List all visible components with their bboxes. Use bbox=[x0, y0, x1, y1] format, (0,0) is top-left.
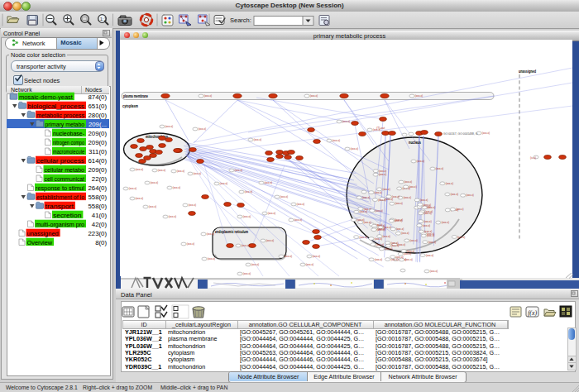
svg-text:response to stimul: response to stimul bbox=[36, 184, 84, 192]
svg-text:(xxx-x): (xxx-x) bbox=[420, 198, 428, 202]
svg-text:(xxx-x): (xxx-x) bbox=[424, 230, 432, 233]
svg-text:(xxx-x): (xxx-x) bbox=[149, 205, 156, 208]
svg-text:cytoplasm: cytoplasm bbox=[122, 104, 138, 108]
svg-text:614(0): 614(0) bbox=[88, 157, 107, 165]
svg-text:secretion: secretion bbox=[53, 212, 81, 219]
svg-text:280(0): 280(0) bbox=[88, 112, 107, 119]
svg-text:(xxx-x): (xxx-x) bbox=[375, 258, 382, 261]
svg-text:(xxx-x): (xxx-x) bbox=[466, 194, 473, 197]
svg-text:209(0): 209(0) bbox=[88, 166, 107, 174]
svg-text:(xxx-x): (xxx-x) bbox=[375, 191, 382, 194]
svg-text:(xxx-x): (xxx-x) bbox=[385, 247, 392, 251]
svg-text:(xxx-x): (xxx-x) bbox=[187, 242, 194, 246]
svg-text:(xxx-x): (xxx-x) bbox=[376, 243, 384, 246]
svg-text:(xxx-x): (xxx-x) bbox=[297, 203, 304, 206]
svg-text:(xxx-x): (xxx-x) bbox=[427, 234, 434, 237]
svg-text:(xxx-x): (xxx-x) bbox=[446, 182, 453, 185]
svg-text:(xxx-x): (xxx-x) bbox=[235, 169, 242, 172]
svg-text:(xxx-x): (xxx-x) bbox=[243, 215, 251, 218]
svg-text:558(0): 558(0) bbox=[88, 194, 107, 201]
svg-text:(xxx-x): (xxx-x) bbox=[251, 263, 259, 266]
svg-text:(xxx-x): (xxx-x) bbox=[396, 227, 404, 231]
svg-text:42(0): 42(0) bbox=[92, 221, 108, 228]
svg-text:unassigned: unassigned bbox=[27, 230, 59, 237]
svg-text:(xxx-x): (xxx-x) bbox=[378, 198, 385, 202]
svg-text:GO:00167, GO:0005488, G: GO:00167, GO:0005488, G bbox=[443, 132, 478, 136]
svg-text:(xxx-x): (xxx-x) bbox=[136, 197, 143, 200]
svg-text:transport: transport bbox=[45, 203, 74, 210]
svg-text:(xxx-x): (xxx-x) bbox=[436, 167, 443, 170]
svg-text:(xxx-x): (xxx-x) bbox=[457, 236, 465, 239]
svg-text:(xxx-x): (xxx-x) bbox=[280, 195, 288, 198]
svg-text:(xxx-x): (xxx-x) bbox=[379, 173, 386, 176]
svg-text:(xxx-x): (xxx-x) bbox=[383, 235, 390, 238]
svg-text:endoplasmic reticulum: endoplasmic reticulum bbox=[215, 230, 248, 234]
svg-text:cell communicat: cell communicat bbox=[45, 175, 85, 183]
svg-text:biological_process: biological_process bbox=[28, 103, 85, 110]
svg-text:41(0): 41(0) bbox=[92, 212, 108, 219]
svg-text:(xxx-x): (xxx-x) bbox=[254, 138, 261, 141]
svg-text:209(0): 209(0) bbox=[88, 139, 107, 146]
svg-text:(xxx-x): (xxx-x) bbox=[375, 237, 382, 241]
svg-text:metabolic process: metabolic process bbox=[36, 112, 84, 119]
svg-text:(xxx-x): (xxx-x) bbox=[404, 258, 412, 261]
svg-text:macromolecule: macromolecule bbox=[53, 148, 84, 155]
svg-text:(xxx-x): (xxx-x) bbox=[426, 254, 433, 257]
svg-text:(xxx-x): (xxx-x) bbox=[360, 210, 367, 213]
svg-text:(xxx-x): (xxx-x) bbox=[351, 147, 358, 151]
svg-text:(xxx-x): (xxx-x) bbox=[266, 239, 274, 242]
svg-text:558(0): 558(0) bbox=[88, 203, 107, 210]
svg-text:(xxx-x): (xxx-x) bbox=[363, 221, 371, 224]
svg-text:(xxx-x): (xxx-x) bbox=[151, 181, 158, 184]
svg-text:874(0): 874(0) bbox=[88, 93, 107, 101]
svg-text:(xxx-x): (xxx-x) bbox=[356, 218, 364, 222]
svg-text:(xxx-x): (xxx-x) bbox=[404, 180, 412, 184]
svg-text:(xxx-x): (xxx-x) bbox=[428, 206, 435, 209]
svg-text:(xxx-x): (xxx-x) bbox=[285, 255, 292, 258]
svg-text:(xxx-x): (xxx-x) bbox=[423, 212, 431, 215]
svg-text:(xxx-x): (xxx-x) bbox=[204, 94, 212, 98]
svg-text:(xxx-x): (xxx-x) bbox=[208, 257, 215, 261]
svg-text:(xxx-x): (xxx-x) bbox=[395, 202, 403, 205]
svg-text:(xxx-x): (xxx-x) bbox=[207, 232, 214, 236]
svg-text:264(0): 264(0) bbox=[88, 184, 107, 192]
svg-text:(xxx-x): (xxx-x) bbox=[456, 208, 463, 211]
svg-text:(xxx-x): (xxx-x) bbox=[177, 170, 184, 173]
svg-text:1:1: 1:1 bbox=[100, 17, 108, 22]
svg-text:(xxx-x): (xxx-x) bbox=[417, 160, 424, 163]
svg-text:Search:: Search: bbox=[230, 17, 251, 24]
svg-text:plasma membrane: plasma membrane bbox=[123, 94, 148, 98]
svg-text:209(0): 209(0) bbox=[88, 130, 107, 137]
svg-text:(xxx-x): (xxx-x) bbox=[245, 190, 252, 194]
svg-text:nucleobase-: nucleobase- bbox=[53, 130, 84, 137]
svg-text:(xxx-x): (xxx-x) bbox=[415, 94, 423, 98]
svg-text:nucleus: nucleus bbox=[409, 141, 421, 145]
svg-text:209(...: 209(... bbox=[89, 121, 107, 128]
svg-text:(xxx-x): (xxx-x) bbox=[428, 241, 436, 244]
svg-text:cellular process: cellular process bbox=[36, 157, 84, 165]
svg-text:(xxx-x): (xxx-x) bbox=[220, 182, 227, 185]
svg-text:(xxx-x): (xxx-x) bbox=[482, 131, 490, 135]
svg-text:(xxx-x): (xxx-x) bbox=[306, 263, 313, 266]
svg-text:establishment of lo: establishment of lo bbox=[36, 194, 85, 201]
svg-text:(xxx-x): (xxx-x) bbox=[442, 221, 449, 224]
svg-text:mosaic-demo-yeast: mosaic-demo-yeast bbox=[19, 93, 74, 101]
svg-text:(xxx-x): (xxx-x) bbox=[194, 172, 201, 175]
svg-text:(xxx-x): (xxx-x) bbox=[423, 203, 431, 207]
svg-text:(xxx-x): (xxx-x) bbox=[409, 185, 416, 189]
svg-text:(xxx-x): (xxx-x) bbox=[390, 258, 398, 261]
svg-text:(xxx-x): (xxx-x) bbox=[342, 120, 350, 123]
svg-text:multi-organism pro: multi-organism pro bbox=[36, 221, 85, 228]
svg-text:cellular metabo: cellular metabo bbox=[45, 166, 85, 174]
svg-text:(xxx-x): (xxx-x) bbox=[404, 196, 411, 199]
svg-text:(xxx-x): (xxx-x) bbox=[392, 195, 400, 198]
svg-text:(xxx-x): (xxx-x) bbox=[310, 94, 318, 98]
svg-text:(xxx-x): (xxx-x) bbox=[451, 193, 458, 196]
svg-text:(xxx-x): (xxx-x) bbox=[376, 209, 383, 213]
svg-text:(xxx-x): (xxx-x) bbox=[129, 187, 136, 190]
svg-text:(xxx-x): (xxx-x) bbox=[165, 125, 173, 128]
svg-text:(xxx-x): (xxx-x) bbox=[189, 203, 196, 207]
svg-text:Overview: Overview bbox=[27, 239, 53, 246]
svg-text:(xxx-x): (xxx-x) bbox=[382, 188, 390, 191]
svg-text:primary metabo: primary metabo bbox=[45, 121, 85, 128]
